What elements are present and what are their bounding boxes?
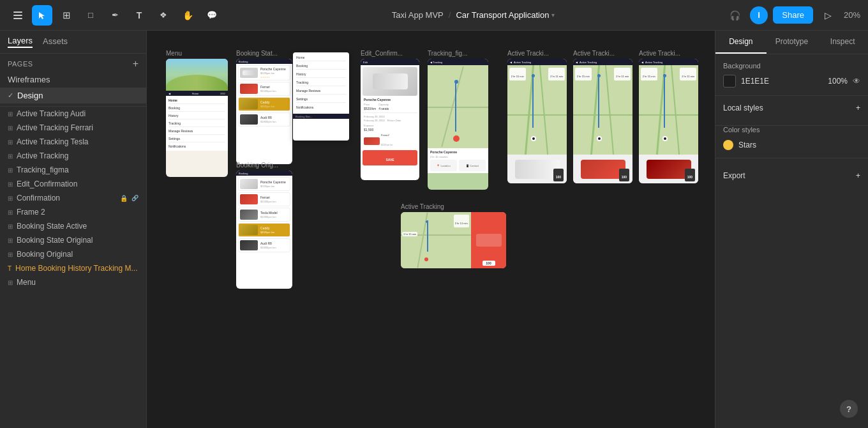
layer-list: ⊞ Active Tracking Audi ⊞ Active Tracking… [0, 107, 146, 428]
active-trk2-frame[interactable]: Active Tracki... ◀ Active Tracking 2 hr … [573, 50, 632, 183]
user-avatar: I [750, 6, 768, 24]
active-trk3-label: Active Tracki... [639, 50, 698, 57]
toolbar-right: 🎧 I Share ▷ 20% [724, 5, 860, 26]
layer-home-booking[interactable]: T Home Booking History Tracking M... [0, 261, 146, 275]
active-trk3-frame[interactable]: Active Tracki... ◀ Active Tracking 2 hr … [639, 50, 698, 183]
layer-edit-confirmation[interactable]: ⊞ Edit_Confirmation [0, 177, 146, 191]
menu-frame-label: Menu [166, 50, 228, 57]
design-tab[interactable]: Design [715, 31, 767, 54]
nav-overlay-frame[interactable]: Home Booking History Tracking Manage Rev… [293, 52, 349, 141]
tracking-fig-frame[interactable]: Tracking_fig... ◀ Tracking [428, 50, 488, 190]
toolbar: ⊞ □ ✒ T ❖ ✋ 💬 Taxi App MVP / Car Transpo… [0, 0, 868, 31]
layer-booking-state-active[interactable]: ⊞ Booking State Active [0, 219, 146, 233]
background-section: Background 1E1E1E 100% 👁 [715, 54, 868, 96]
frame-tool-btn[interactable]: ⊞ [56, 5, 77, 26]
local-styles-section: Local styles + [715, 96, 868, 126]
layer-frame-2[interactable]: ⊞ Frame 2 [0, 205, 146, 219]
frame-icon-12: ⊞ [8, 279, 13, 286]
visibility-icon[interactable]: 👁 [853, 77, 860, 86]
pages-header: Pages + [0, 54, 146, 72]
frame-icon-9: ⊞ [8, 223, 13, 230]
add-export-btn[interactable]: + [856, 171, 860, 180]
project-name: Taxi App MVP [392, 10, 444, 20]
toolbar-left: ⊞ □ ✒ T ❖ ✋ 💬 [8, 5, 222, 26]
layer-booking-original[interactable]: ⊞ Booking Original [0, 247, 146, 261]
frame-icon-11: ⊞ [8, 251, 13, 258]
prototype-tab[interactable]: Prototype [767, 31, 818, 54]
stars-style-item[interactable]: Stars [715, 137, 868, 153]
svg-rect-0 [13, 11, 22, 13]
color-styles-header: Color styles [715, 126, 868, 134]
layer-menu[interactable]: ⊞ Menu [0, 275, 146, 289]
svg-rect-1 [13, 15, 22, 16]
stars-color-dot [723, 140, 733, 150]
frame-icon-1: ⊞ [8, 111, 13, 118]
layer-active-tracking[interactable]: ⊞ Active Tracking [0, 149, 146, 163]
frame-icon-6: ⊞ [8, 181, 13, 188]
hand-tool-btn[interactable]: ✋ [177, 5, 198, 26]
frame-icon-2: ⊞ [8, 125, 13, 132]
menu-tool-btn[interactable] [8, 5, 28, 26]
add-local-style-btn[interactable]: + [856, 103, 860, 112]
text-icon: T [8, 265, 11, 272]
right-sidebar: Design Prototype Inspect Background 1E1E… [715, 31, 868, 428]
active-trk1-label: Active Tracki... [507, 50, 567, 57]
layer-active-tracking-audi[interactable]: ⊞ Active Tracking Audi [0, 107, 146, 121]
add-page-button[interactable]: + [133, 59, 138, 69]
active-tracking-small-frame[interactable]: Active Tracking 2 hr 11 min [401, 203, 506, 268]
layer-active-tracking-ferrari[interactable]: ⊞ Active Tracking Ferrari [0, 121, 146, 135]
text-tool-btn[interactable]: T [129, 5, 149, 26]
link-icon: 🔗 [131, 195, 138, 201]
canvas-inner: Menu ◀ Home Home Booking His [160, 43, 715, 427]
divider-1 [715, 158, 868, 158]
booking-stat-label: Booking Stat... [236, 50, 292, 57]
wireframes-page-item[interactable]: Wireframes [0, 72, 146, 88]
pen-tool-btn[interactable]: ✒ [105, 5, 125, 26]
canvas-area[interactable]: Menu ◀ Home Home Booking His [147, 31, 715, 428]
active-tracking-small-label: Active Tracking [401, 203, 506, 210]
menu-frame[interactable]: Menu ◀ Home Home Booking His [166, 50, 228, 177]
right-tabs: Design Prototype Inspect [715, 31, 868, 54]
design-page-item[interactable]: ✓ Design [0, 88, 146, 103]
current-page-name: Car Transport Application ▾ [456, 10, 555, 20]
move-tool-btn[interactable] [32, 5, 52, 26]
shape-tool-btn[interactable]: □ [80, 5, 101, 26]
assets-tab[interactable]: Assets [43, 36, 68, 47]
frame-icon-7: ⊞ [8, 195, 13, 202]
layer-booking-state-original[interactable]: ⊞ Booking State Original [0, 233, 146, 247]
comment-tool-btn[interactable]: 💬 [202, 5, 222, 26]
background-color-swatch[interactable] [723, 75, 736, 88]
layer-active-tracking-tesla[interactable]: ⊞ Active Tracking Tesla [0, 135, 146, 149]
export-section: Export + [715, 164, 868, 188]
layers-tab[interactable]: Layers [8, 36, 33, 48]
sidebar-tabs: Layers Assets [0, 31, 146, 54]
color-styles-section: Color styles Stars [715, 126, 868, 153]
booking-orig-label: Booking Orig... [236, 162, 292, 169]
page-list: Wireframes ✓ Design [0, 72, 146, 106]
separator: / [449, 10, 451, 20]
active-trk1-frame[interactable]: Active Tracki... ◀ Active Tracking [507, 50, 567, 183]
component-tool-btn[interactable]: ❖ [153, 5, 174, 26]
share-button[interactable]: Share [773, 6, 813, 24]
frame-icon-10: ⊞ [8, 237, 13, 244]
edit-confirm-frame[interactable]: Edit_Confirm... Edit Porsche Cayenne [361, 50, 419, 180]
zoom-level: 20% [844, 10, 860, 20]
local-styles-title: Local styles + [723, 103, 860, 112]
headphone-btn[interactable]: 🎧 [724, 5, 745, 26]
left-sidebar: Layers Assets Pages + Wireframes ✓ Desig… [0, 31, 147, 428]
booking-stat-frame[interactable]: Booking Stat... Booking [236, 50, 292, 164]
help-button[interactable]: ? [840, 400, 858, 418]
active-trk2-label: Active Tracki... [573, 50, 632, 57]
background-section-title: Background [723, 62, 860, 70]
layer-confirmation[interactable]: ⊞ Confirmation 🔒 🔗 [0, 191, 146, 205]
play-btn[interactable]: ▷ [818, 5, 839, 26]
layer-tracking-figma[interactable]: ⊞ Tracking_figma [0, 163, 146, 177]
svg-rect-2 [13, 18, 22, 19]
inspect-tab[interactable]: Inspect [817, 31, 868, 54]
background-color-value: 1E1E1E [741, 77, 823, 86]
frame-icon-4: ⊞ [8, 153, 13, 160]
booking-orig-frame[interactable]: Booking Orig... Booking Porsche Cayenne … [236, 162, 292, 289]
main-layout: Layers Assets Pages + Wireframes ✓ Desig… [0, 31, 868, 428]
lock-icon: 🔒 [120, 195, 128, 202]
frame-icon-5: ⊞ [8, 167, 13, 174]
